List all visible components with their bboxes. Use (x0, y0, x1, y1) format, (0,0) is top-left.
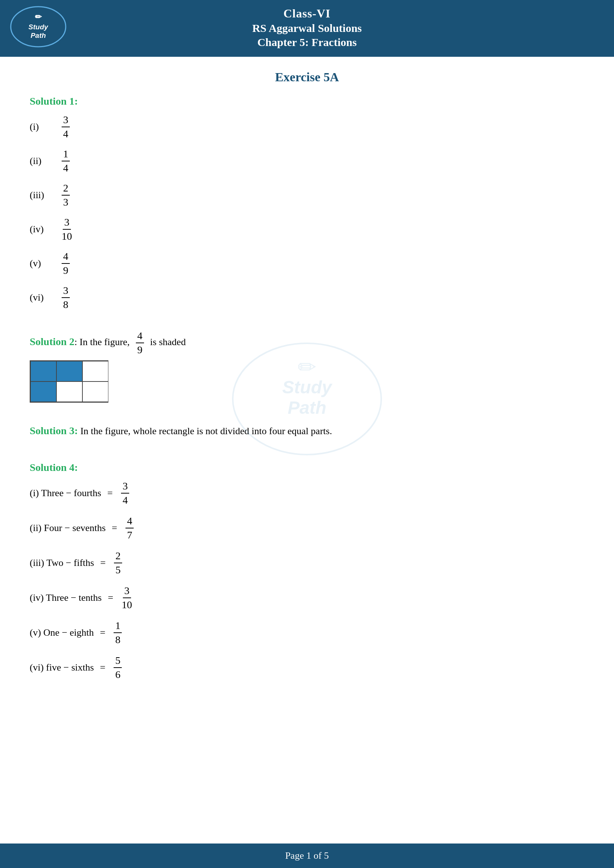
solution1-item-ii: (ii) 1 4 (30, 148, 584, 174)
solution3-section: Solution 3: In the figure, whole rectang… (30, 423, 584, 439)
solution1-item-iii: (iii) 2 3 (30, 182, 584, 208)
solution4-fraction-iii: 2 5 (114, 550, 122, 576)
solution1-fraction-ii: 1 4 (62, 148, 70, 174)
solution4-section: Solution 4: (i) Three − fourths = 3 4 (i… (30, 462, 584, 680)
solution4-equals-v: = (98, 627, 108, 638)
solution1-label-v: (v) (30, 258, 59, 269)
solution4-item-ii: (ii) Four − sevenths = 4 7 (30, 515, 584, 541)
solution1-fraction-i: 3 4 (62, 114, 70, 140)
solution1-fraction-iv: 3 10 (62, 216, 72, 242)
solution4-item-iv: (iv) Three − tenths = 3 10 (30, 585, 584, 611)
page-footer: Page 1 of 5 (0, 843, 614, 868)
solution4-heading: Solution 4: (30, 462, 584, 474)
grid-cell-3 (82, 361, 109, 381)
solution1-fraction-iii: 2 3 (62, 182, 70, 208)
svg-text:✏: ✏ (35, 12, 42, 22)
header-line1: Class-VI (0, 7, 614, 20)
solution1-label-i: (i) (30, 121, 59, 132)
solution1-label-vi: (vi) (30, 292, 59, 303)
solution4-label-ii: (ii) Four − sevenths (30, 522, 106, 534)
header-line3: Chapter 5: Fractions (0, 36, 614, 49)
grid-cell-1 (31, 361, 56, 381)
solution4-fraction-v: 1 8 (113, 620, 122, 646)
svg-text:Study: Study (28, 23, 48, 31)
solution1-item-vi: (vi) 3 8 (30, 285, 584, 311)
solution4-label-vi: (vi) five − sixths (30, 662, 94, 673)
page-header: ✏ Study Path Class-VI RS Aggarwal Soluti… (0, 0, 614, 57)
solution4-fraction-ii: 4 7 (126, 515, 133, 541)
solution4-label-v: (v) One − eighth (30, 627, 94, 638)
solution1-item-i: (i) 3 4 (30, 114, 584, 140)
solution2-fraction: 4 9 (136, 330, 144, 356)
solution1-label-ii: (ii) (30, 155, 59, 167)
solution4-equals-iv: = (105, 592, 116, 603)
solution1-fraction-vi: 3 8 (62, 285, 70, 311)
logo-container: ✏ Study Path (7, 5, 70, 49)
solution1-fraction-v: 4 9 (62, 251, 70, 276)
solution2-section: Solution 2: In the figure, 4 9 is shaded (30, 330, 584, 403)
solution3-text: Solution 3: In the figure, whole rectang… (30, 423, 584, 439)
solution4-label-iv: (iv) Three − tenths (30, 592, 102, 603)
solution4-label-iii: (iii) Two − fifths (30, 557, 94, 569)
solution3-heading: Solution 3: (30, 425, 78, 436)
solution4-fraction-iv: 3 10 (122, 585, 132, 611)
solution4-fraction-i: 3 4 (121, 480, 129, 506)
exercise-title: Exercise 5A (0, 70, 614, 84)
solution2-heading: Solution 2 (30, 336, 74, 347)
footer-text: Page 1 of 5 (285, 850, 329, 861)
main-content: Solution 1: (i) 3 4 (ii) 1 4 (iii) 2 3 (… (0, 95, 614, 680)
solution4-item-i: (i) Three − fourths = 3 4 (30, 480, 584, 506)
solution4-item-vi: (vi) five − sixths = 5 6 (30, 655, 584, 680)
solution1-item-iv: (iv) 3 10 (30, 216, 584, 242)
solution4-item-iii: (iii) Two − fifths = 2 5 (30, 550, 584, 576)
solution1-item-v: (v) 4 9 (30, 251, 584, 276)
solution2-grid (30, 360, 109, 403)
logo-svg: ✏ Study Path (10, 6, 67, 48)
header-line2: RS Aggarwal Solutions (0, 22, 614, 34)
solution2-text-after: is shaded (150, 336, 186, 347)
solution4-item-v: (v) One − eighth = 1 8 (30, 620, 584, 646)
grid-cell-2 (56, 361, 82, 381)
solution1-section: Solution 1: (i) 3 4 (ii) 1 4 (iii) 2 3 (… (30, 95, 584, 311)
solution2-headline: Solution 2: In the figure, 4 9 is shaded (30, 330, 584, 356)
grid-cell-6 (82, 381, 109, 402)
solution1-heading: Solution 1: (30, 95, 584, 107)
solution2-text-before: : In the figure, (74, 336, 130, 347)
solution4-equals-i: = (105, 488, 115, 499)
solution3-body-text: In the figure, whole rectangle is not di… (80, 426, 332, 436)
solution4-equals-vi: = (98, 662, 108, 673)
solution1-label-iv: (iv) (30, 224, 59, 235)
grid-cell-4 (31, 381, 56, 402)
solution4-equals-ii: = (110, 522, 120, 534)
grid-cell-5 (56, 381, 82, 402)
solution1-label-iii: (iii) (30, 190, 59, 201)
solution4-fraction-vi: 5 6 (113, 655, 122, 680)
solution4-equals-iii: = (98, 557, 108, 569)
solution4-label-i: (i) Three − fourths (30, 488, 101, 499)
svg-text:Path: Path (31, 31, 46, 39)
